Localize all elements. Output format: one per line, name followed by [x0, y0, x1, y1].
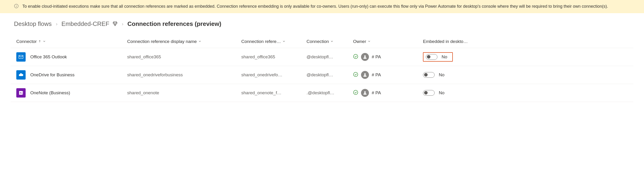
outlook-icon — [16, 52, 26, 62]
embedded-cell: No — [423, 90, 629, 96]
chevron-down-icon — [368, 39, 371, 44]
column-header-owner[interactable]: Owner — [353, 39, 423, 44]
breadcrumb-current: Connection references (preview) — [128, 20, 221, 28]
chevron-down-icon — [282, 39, 286, 44]
svg-text:N: N — [20, 91, 22, 94]
avatar — [361, 53, 369, 61]
ref-name-cell: shared_office365 — [241, 54, 306, 60]
display-name-cell: shared_office365 — [127, 54, 241, 60]
info-icon — [14, 4, 19, 9]
connector-name: Office 365 Outlook — [30, 54, 67, 60]
display-name-cell: shared_onedriveforbusiness — [127, 72, 241, 77]
check-circle-icon — [353, 90, 358, 96]
chevron-down-icon — [42, 39, 46, 44]
svg-rect-5 — [19, 55, 23, 59]
embedded-label: No — [439, 90, 444, 95]
connection-cell: @desktopfl… — [306, 54, 353, 60]
svg-point-6 — [354, 54, 358, 58]
embedded-label: No — [442, 54, 447, 60]
svg-marker-3 — [113, 22, 117, 26]
table-row[interactable]: Office 365 Outlook shared_office365 shar… — [11, 48, 633, 66]
owner-name: # PA — [372, 72, 381, 77]
table-header: Connector Connection reference display n… — [11, 32, 633, 48]
embedded-toggle[interactable] — [423, 90, 434, 96]
check-circle-icon — [353, 54, 358, 60]
svg-point-9 — [364, 73, 366, 75]
table-row[interactable]: OneDrive for Business shared_onedrivefor… — [11, 66, 633, 84]
info-banner-text: To enable cloud-initiated executions mak… — [22, 3, 608, 10]
column-label: Embedded in deskto… — [423, 39, 468, 44]
embedded-cell: No — [423, 52, 629, 62]
column-header-connection[interactable]: Connection — [306, 39, 353, 44]
ref-name-cell: shared_onenote_f… — [241, 90, 306, 95]
column-header-connector[interactable]: Connector — [15, 39, 127, 44]
owner-name: # PA — [372, 90, 381, 95]
svg-rect-11 — [22, 91, 23, 92]
svg-point-7 — [364, 55, 366, 57]
sort-ascending-icon — [38, 39, 41, 44]
column-header-ref-name[interactable]: Connection refere… — [241, 39, 306, 44]
table-row[interactable]: N OneNote (Business) shared_onenote shar… — [11, 84, 633, 102]
display-name-cell: shared_onenote — [127, 90, 241, 95]
chevron-right-icon — [55, 20, 58, 28]
chevron-down-icon — [198, 39, 202, 44]
connection-ref-table: Connector Connection reference display n… — [0, 32, 644, 102]
check-circle-icon — [353, 72, 358, 78]
onenote-icon: N — [16, 88, 26, 98]
embedded-toggle[interactable] — [423, 72, 434, 78]
column-label: Connection reference display name — [127, 39, 197, 44]
embedded-label: No — [439, 72, 444, 77]
connector-name: OneNote (Business) — [30, 90, 70, 95]
breadcrumb: Desktop flows Embedded-CREF Connection r… — [0, 13, 644, 32]
svg-point-16 — [364, 91, 366, 93]
avatar — [361, 71, 369, 79]
column-label: Connection refere… — [241, 39, 281, 44]
embedded-toggle[interactable] — [426, 54, 438, 60]
column-label: Connection — [306, 39, 329, 44]
breadcrumb-flow[interactable]: Embedded-CREF — [62, 20, 109, 28]
breadcrumb-root[interactable]: Desktop flows — [14, 20, 52, 28]
info-banner: To enable cloud-initiated executions mak… — [0, 0, 644, 13]
connection-cell: .@desktopfl… — [306, 90, 353, 95]
ref-name-cell: shared_onedrivefo… — [241, 72, 306, 77]
chevron-right-icon — [121, 20, 124, 28]
highlight-box: No — [423, 52, 453, 62]
svg-point-8 — [354, 72, 358, 76]
embedded-cell: No — [423, 72, 629, 78]
chevron-down-icon — [330, 39, 334, 44]
owner-name: # PA — [372, 54, 381, 60]
svg-point-2 — [16, 5, 16, 5]
premium-icon — [112, 20, 118, 28]
column-label: Owner — [353, 39, 366, 44]
column-header-embedded[interactable]: Embedded in deskto… — [423, 39, 629, 44]
svg-rect-13 — [22, 94, 23, 94]
connector-name: OneDrive for Business — [30, 72, 74, 77]
connection-cell: @desktopfl… — [306, 72, 353, 77]
column-header-display-name[interactable]: Connection reference display name — [127, 39, 241, 44]
onedrive-icon — [16, 70, 26, 80]
avatar — [361, 89, 369, 97]
svg-rect-12 — [22, 92, 23, 93]
svg-point-15 — [354, 90, 358, 94]
column-label: Connector — [16, 39, 37, 44]
